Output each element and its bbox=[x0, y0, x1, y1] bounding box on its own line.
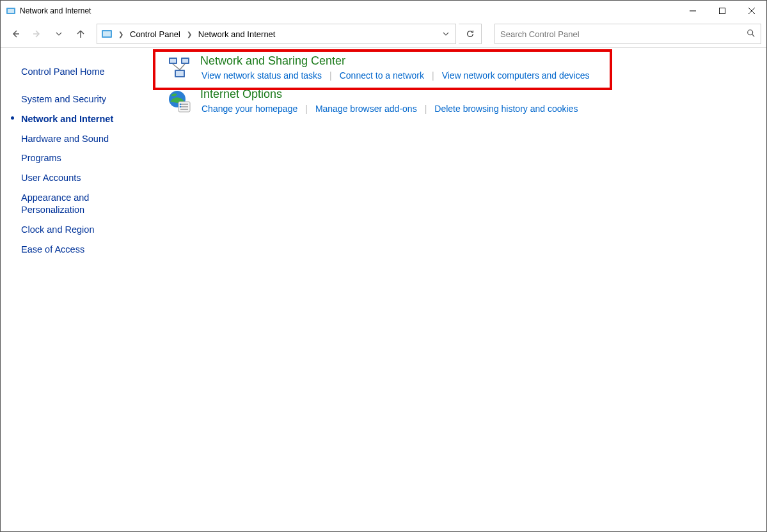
section-network-sharing-center: Network and Sharing Center View network … bbox=[167, 54, 754, 81]
main-content: Network and Sharing Center View network … bbox=[154, 48, 766, 531]
search-input[interactable] bbox=[500, 29, 747, 39]
svg-rect-17 bbox=[176, 71, 184, 76]
forward-button[interactable] bbox=[28, 24, 47, 43]
sidebar-item-control-panel-home[interactable]: Control Panel Home bbox=[21, 62, 148, 82]
link-change-homepage[interactable]: Change your homepage bbox=[200, 104, 299, 114]
address-dropdown[interactable] bbox=[436, 24, 455, 43]
sidebar-item-ease-of-access[interactable]: Ease of Access bbox=[21, 240, 148, 260]
chevron-right-icon[interactable]: ❯ bbox=[114, 31, 128, 38]
svg-rect-15 bbox=[182, 59, 188, 63]
sidebar-item-appearance-personalization[interactable]: Appearance and Personalization bbox=[21, 188, 148, 220]
svg-rect-3 bbox=[720, 8, 725, 13]
link-view-network-devices[interactable]: View network computers and devices bbox=[441, 70, 591, 81]
sidebar-item-user-accounts[interactable]: User Accounts bbox=[21, 168, 148, 188]
section-title-network-sharing[interactable]: Network and Sharing Center bbox=[200, 54, 591, 68]
up-button[interactable] bbox=[71, 24, 90, 43]
body-area: Control Panel Home System and Security N… bbox=[1, 48, 766, 531]
sidebar-item-clock-region[interactable]: Clock and Region bbox=[21, 220, 148, 240]
section-title-internet-options[interactable]: Internet Options bbox=[200, 88, 579, 101]
back-button[interactable] bbox=[6, 24, 25, 43]
window: Network and Internet bbox=[0, 0, 767, 532]
link-delete-history[interactable]: Delete browsing history and cookies bbox=[433, 104, 579, 114]
sublinks-internet-options: Change your homepage | Manage browser ad… bbox=[200, 104, 579, 114]
svg-line-19 bbox=[180, 64, 185, 70]
sidebar-item-programs[interactable]: Programs bbox=[21, 148, 148, 168]
svg-rect-1 bbox=[8, 9, 14, 13]
breadcrumb-control-panel[interactable]: Control Panel bbox=[128, 29, 182, 39]
separator: | bbox=[299, 104, 314, 114]
maximize-button[interactable] bbox=[708, 1, 737, 20]
recent-locations-button[interactable] bbox=[49, 24, 68, 43]
svg-point-25 bbox=[180, 104, 182, 106]
sidebar: Control Panel Home System and Security N… bbox=[1, 48, 154, 531]
breadcrumb-network-internet[interactable]: Network and Internet bbox=[196, 29, 278, 39]
titlebar: Network and Internet bbox=[1, 1, 766, 20]
breadcrumb-icon bbox=[100, 27, 114, 41]
link-connect-network[interactable]: Connect to a network bbox=[338, 70, 425, 81]
svg-rect-9 bbox=[103, 31, 111, 36]
internet-options-icon bbox=[167, 89, 193, 114]
link-manage-addons[interactable]: Manage browser add-ons bbox=[314, 104, 418, 114]
search-icon[interactable] bbox=[747, 29, 755, 40]
link-view-network-status[interactable]: View network status and tasks bbox=[200, 70, 323, 81]
sidebar-item-hardware-sound[interactable]: Hardware and Sound bbox=[21, 129, 148, 149]
svg-line-18 bbox=[173, 64, 180, 70]
control-panel-icon bbox=[6, 6, 16, 16]
close-button[interactable] bbox=[737, 1, 766, 20]
minimize-button[interactable] bbox=[678, 1, 708, 20]
sidebar-item-system-security[interactable]: System and Security bbox=[21, 90, 148, 109]
sidebar-item-network-internet[interactable]: Network and Internet bbox=[21, 109, 148, 129]
separator: | bbox=[323, 70, 338, 81]
navbar: ❯ Control Panel ❯ Network and Internet bbox=[1, 20, 766, 47]
chevron-right-icon[interactable]: ❯ bbox=[182, 31, 196, 38]
svg-point-26 bbox=[180, 106, 182, 108]
section-internet-options: Internet Options Change your homepage | … bbox=[167, 88, 754, 114]
refresh-button[interactable] bbox=[459, 24, 482, 44]
svg-line-11 bbox=[752, 34, 755, 36]
separator: | bbox=[418, 104, 434, 114]
svg-rect-13 bbox=[170, 59, 176, 63]
address-bar[interactable]: ❯ Control Panel ❯ Network and Internet bbox=[97, 24, 456, 44]
svg-point-10 bbox=[748, 29, 753, 35]
network-sharing-icon bbox=[167, 56, 193, 81]
sublinks-network-sharing: View network status and tasks | Connect … bbox=[200, 70, 591, 81]
window-controls bbox=[678, 1, 766, 20]
separator: | bbox=[425, 70, 441, 81]
window-title: Network and Internet bbox=[20, 6, 91, 15]
search-box[interactable] bbox=[494, 24, 761, 44]
